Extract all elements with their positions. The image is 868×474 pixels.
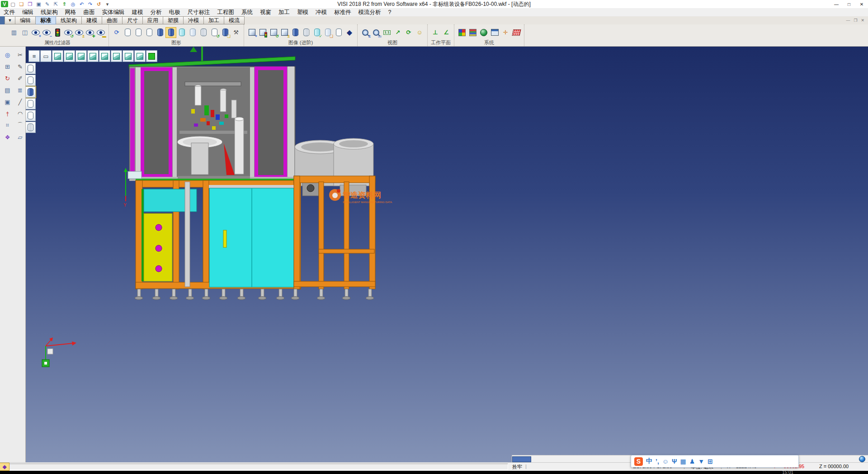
display-flat-button[interactable] bbox=[26, 98, 36, 109]
grid-snap-icon[interactable]: ✛ bbox=[500, 28, 510, 38]
color-table-icon[interactable] bbox=[468, 28, 478, 38]
adv-invert-icon[interactable]: ± bbox=[279, 28, 289, 38]
lock-toggle[interactable]: 拴牢 bbox=[512, 464, 522, 470]
menu-item[interactable]: 建模 bbox=[128, 9, 147, 16]
preferences-icon[interactable] bbox=[490, 28, 500, 38]
view-shaded-button[interactable] bbox=[146, 50, 157, 62]
tab-dropdown-button[interactable]: ▼ bbox=[5, 16, 15, 24]
wireframe-view-icon[interactable] bbox=[123, 28, 132, 38]
solid-copy-icon[interactable]: ❏ bbox=[323, 28, 333, 38]
pencil-tool-icon[interactable]: ✎ bbox=[14, 61, 26, 72]
knife-tool-icon[interactable]: ✐ bbox=[14, 73, 26, 84]
ime-skin-icon[interactable]: ▼ bbox=[698, 458, 704, 465]
preview-icon[interactable]: ◎ bbox=[69, 1, 77, 8]
menu-item[interactable]: 线架构 bbox=[37, 9, 61, 16]
view-orientation-icon[interactable]: ☺ bbox=[415, 28, 425, 38]
export-icon[interactable]: ⇱ bbox=[52, 1, 60, 8]
frame-tool-icon[interactable]: ⊞ bbox=[1, 61, 14, 72]
menu-item[interactable]: 冲模 bbox=[312, 9, 330, 16]
adv-regen-icon[interactable]: ↺ bbox=[269, 28, 278, 38]
viewport-3d[interactable]: Y 智造资料网 INTELLIGENT MANUFACTURING DATA bbox=[26, 47, 868, 462]
dashed-hidden-view-icon[interactable] bbox=[144, 28, 154, 38]
workplane-create-icon[interactable]: ⊥ bbox=[430, 28, 440, 38]
ime-toolbox-icon[interactable]: ⊞ bbox=[708, 458, 713, 465]
ribbon-tab[interactable]: 曲面 bbox=[102, 16, 123, 24]
display-shaded-button[interactable] bbox=[26, 86, 36, 98]
redo-icon[interactable]: ↷ bbox=[86, 1, 94, 8]
palette-tool-icon[interactable]: ❖ bbox=[1, 132, 14, 142]
regen-solid-icon[interactable]: ↺ bbox=[209, 28, 219, 38]
menu-item[interactable]: 模流分析 bbox=[355, 9, 385, 16]
solid-dotted-icon[interactable] bbox=[290, 28, 300, 38]
menu-item[interactable]: 分析 bbox=[147, 9, 165, 16]
zoom-extents-icon[interactable]: 1:1 bbox=[382, 28, 392, 38]
menu-item[interactable]: 曲面 bbox=[80, 9, 99, 16]
menu-item[interactable]: 网格 bbox=[61, 9, 80, 16]
ribbon-tab[interactable]: 应用 bbox=[143, 16, 163, 24]
view-settings-icon[interactable]: ⚒ bbox=[231, 28, 241, 38]
print-icon[interactable]: ⇑ bbox=[61, 1, 68, 8]
ribbon-tab[interactable]: 建模 bbox=[82, 16, 102, 24]
menu-item[interactable]: 工程图 bbox=[214, 9, 238, 16]
attribute-modify-icon[interactable]: ▥ bbox=[9, 28, 19, 38]
copy-view-icon[interactable]: ❏ bbox=[220, 28, 230, 38]
pin-tool-icon[interactable]: † bbox=[1, 108, 14, 119]
print-tool-icon[interactable]: ▤ bbox=[1, 85, 14, 95]
line-tool-icon[interactable]: ╱ bbox=[14, 96, 26, 107]
open-folder-icon[interactable]: ❏ bbox=[18, 1, 25, 8]
mdi-minimize-button[interactable]: — bbox=[846, 18, 850, 23]
display-dashed-button[interactable] bbox=[26, 110, 36, 121]
ribbon-tab[interactable]: 加工 bbox=[204, 16, 224, 24]
globe-icon[interactable] bbox=[859, 456, 865, 462]
new-file-icon[interactable]: ▢ bbox=[9, 1, 17, 8]
view-front-button[interactable] bbox=[111, 50, 122, 62]
save-as-icon[interactable]: ✎ bbox=[43, 1, 51, 8]
refresh-visibility-icon[interactable]: ↺ bbox=[63, 28, 73, 38]
display-wireframe-button[interactable] bbox=[26, 63, 36, 74]
solid-verified-icon[interactable]: ✓ bbox=[312, 28, 322, 38]
redraw-icon[interactable]: ⟳ bbox=[112, 28, 122, 38]
ime-mic-icon[interactable]: Ψ bbox=[672, 458, 677, 465]
rotate-tool-icon[interactable]: ↻ bbox=[1, 73, 14, 84]
layers-tool-icon[interactable]: ≣ bbox=[14, 85, 26, 95]
mdi-restore-button[interactable]: ❐ bbox=[854, 18, 857, 23]
view-right-button[interactable] bbox=[123, 50, 134, 62]
dynamic-pan-icon[interactable]: ↗ bbox=[393, 28, 403, 38]
undo-icon[interactable]: ↶ bbox=[78, 1, 85, 8]
show-all-icon[interactable]: ✚ bbox=[85, 28, 95, 38]
ribbon-tab[interactable]: 线架构 bbox=[56, 16, 82, 24]
cut-tool-icon[interactable]: ✂ bbox=[14, 49, 26, 60]
display-hidden-button[interactable] bbox=[26, 75, 36, 86]
sogou-logo[interactable]: S bbox=[634, 457, 643, 466]
ime-emoji-icon[interactable]: ☺ bbox=[662, 458, 669, 465]
translucent-view-icon[interactable] bbox=[177, 28, 187, 38]
menu-item[interactable]: 加工 bbox=[275, 9, 293, 16]
show-entities-icon[interactable]: + bbox=[31, 28, 41, 38]
system-settings-icon[interactable] bbox=[479, 28, 489, 38]
hide-entities-icon[interactable]: − bbox=[42, 28, 52, 38]
zoom-select-icon[interactable]: ◎ bbox=[1, 49, 14, 60]
menu-item[interactable]: 尺寸标注 bbox=[184, 9, 214, 16]
ribbon-tab[interactable]: 模流 bbox=[224, 16, 245, 24]
shaded-view-icon[interactable] bbox=[155, 28, 165, 38]
solid-shaded-icon[interactable]: ◆ bbox=[344, 28, 354, 38]
menu-item[interactable]: 系统 bbox=[238, 9, 256, 16]
menu-item[interactable]: 文件 bbox=[0, 9, 19, 16]
menu-item[interactable]: 电极 bbox=[165, 9, 184, 16]
ime-person-icon[interactable]: ♟ bbox=[689, 458, 695, 465]
compass-tool-icon[interactable]: ◠ bbox=[14, 108, 26, 119]
dynamic-rotate-icon[interactable]: ⟳ bbox=[404, 28, 414, 38]
shaded-edges-view-icon[interactable] bbox=[166, 28, 176, 38]
ribbon-tab[interactable]: 冲模 bbox=[184, 16, 204, 24]
workplane-align-icon[interactable]: ∠ bbox=[441, 28, 451, 38]
mixed-view-icon[interactable] bbox=[198, 28, 208, 38]
ime-punct-icon[interactable]: ’, bbox=[656, 458, 659, 465]
display-mixed-button[interactable] bbox=[26, 122, 36, 133]
color-palette-icon[interactable] bbox=[457, 28, 467, 38]
menu-item[interactable]: ? bbox=[385, 9, 395, 15]
close-button[interactable]: ✕ bbox=[855, 0, 868, 8]
flat-view-icon[interactable] bbox=[188, 28, 198, 38]
history-icon[interactable]: ↺ bbox=[95, 1, 103, 8]
hide-all-icon[interactable]: ▬ bbox=[96, 28, 106, 38]
menu-item[interactable]: 标准件 bbox=[330, 9, 355, 16]
